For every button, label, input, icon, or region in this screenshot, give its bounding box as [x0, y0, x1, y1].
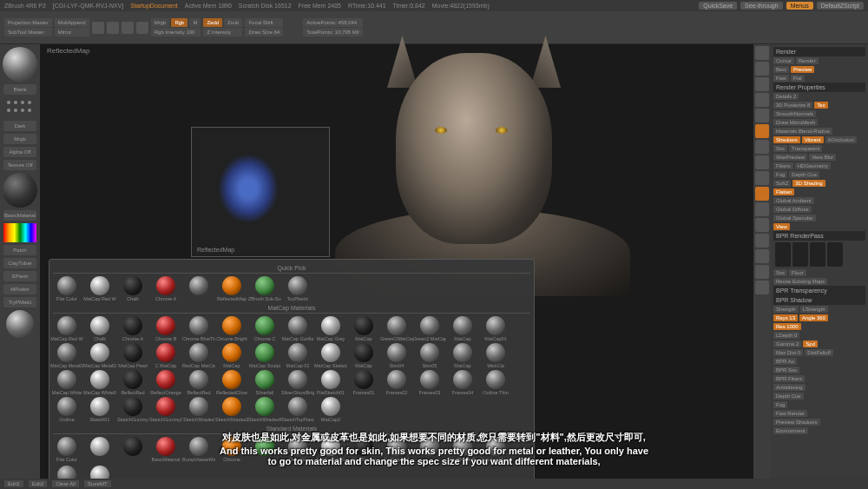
material-swatch[interactable]: Flat Color	[53, 437, 81, 462]
shadows-toggle[interactable]: Shadows	[773, 136, 800, 143]
material-swatch[interactable]: MatCap	[350, 343, 378, 368]
material-swatch[interactable]: BasicMaterial	[152, 437, 180, 462]
material-swatch[interactable]: Chrome A	[152, 276, 180, 301]
spd-toggle[interactable]: Spd	[803, 340, 818, 347]
material-swatch[interactable]	[119, 437, 147, 462]
material-swatch[interactable]: Chrome C	[251, 316, 279, 341]
secondary-sphere[interactable]	[6, 310, 34, 338]
material-swatch[interactable]: GelShaderB	[449, 437, 477, 462]
viewport-canvas[interactable]: ReflectedMap ReflectedMap Quick Pick Fla…	[40, 44, 753, 479]
view-button[interactable]: View	[773, 223, 790, 230]
material-swatch[interactable]: MatCap Gorilla	[284, 316, 312, 341]
local-icon[interactable]	[755, 155, 769, 169]
floor-icon[interactable]	[755, 140, 769, 154]
strength-slider[interactable]: Strength	[773, 306, 799, 313]
tool-icon[interactable]	[92, 22, 104, 34]
move-icon[interactable]	[755, 202, 769, 216]
material-swatch[interactable]: MatCap Red W	[86, 276, 114, 301]
draw-size-slider[interactable]: Draw Size 64	[245, 28, 283, 36]
bpr-sss-header[interactable]: BPR Sss	[773, 367, 799, 373]
transparent-toggle[interactable]: Transparent	[789, 145, 822, 152]
bpr-filters-header[interactable]: BPR Filters	[773, 375, 805, 382]
render-button[interactable]: Render	[796, 57, 819, 64]
fog-toggle[interactable]: Fog	[773, 171, 787, 178]
material-swatch[interactable]: ReflectRed	[119, 370, 147, 395]
micromesh-toggle[interactable]: Draw MicroMesh	[773, 119, 818, 126]
material-swatch[interactable]: WebCla	[482, 343, 510, 368]
material-swatch[interactable]: Frames02	[383, 370, 411, 395]
solo-icon[interactable]	[755, 265, 769, 279]
distfalloff-slider[interactable]: DistFalloff	[805, 349, 833, 356]
material-swatch[interactable]: MatCap	[350, 316, 378, 341]
brush-preview-sphere[interactable]	[3, 47, 37, 82]
material-swatch[interactable]: MatCap2	[317, 397, 345, 422]
subtool-master-button[interactable]: SubTool Master	[4, 28, 52, 36]
material-swatch[interactable]: DefScoreMat	[317, 437, 345, 462]
material-swatch[interactable]: SketchGummy	[119, 397, 147, 422]
fog2-header[interactable]: Fog	[773, 401, 787, 408]
rgb-button[interactable]: Rgb	[171, 18, 187, 27]
material-swatch[interactable]: MatCap	[218, 343, 246, 368]
material-swatch[interactable]: MatCap 02	[284, 343, 312, 368]
bpr-renderpass-header[interactable]: BPR RenderPass	[773, 231, 865, 241]
texture-off-button[interactable]: Texture Off	[3, 160, 36, 170]
bpr-transparency-header[interactable]: BPR Transparency	[773, 286, 865, 295]
xpose-icon[interactable]	[755, 281, 769, 294]
material-swatch[interactable]: Outline	[53, 397, 81, 422]
smooth-normals-toggle[interactable]: SmoothNormals	[773, 110, 816, 117]
trypmatic-button[interactable]: TryPMatic	[3, 297, 36, 307]
material-swatch[interactable]: Chrome Bright	[218, 316, 246, 341]
material-swatch[interactable]: ZBrush Sub-Sur	[251, 276, 279, 301]
material-swatch[interactable]: FastShader	[350, 437, 378, 462]
claytuber-button[interactable]: ClayTuber	[3, 258, 36, 268]
render-palette-title[interactable]: Render	[773, 47, 865, 56]
bpr-shadow-header[interactable]: BPR Shadow	[773, 295, 865, 305]
fastrender-header[interactable]: Fast Render	[773, 410, 807, 417]
material-swatch[interactable]: ReflectOrange	[152, 370, 180, 395]
flat-mode-button[interactable]: Flat	[791, 75, 805, 82]
depthcue2-header[interactable]: Depth Cue	[773, 393, 804, 400]
cursor-button[interactable]: Cursor	[773, 57, 794, 64]
material-swatch[interactable]: MatCap White01	[86, 370, 114, 395]
aocclusion-toggle[interactable]: AOcclusion	[825, 136, 857, 143]
material-swatch[interactable]: GelShaderA	[383, 437, 411, 462]
material-swatch[interactable]: SketchGummy01	[152, 397, 180, 422]
material-swatch[interactable]: GradientMap2	[482, 437, 510, 462]
material-swatch[interactable]: C MatCap	[152, 343, 180, 368]
flatten-toggle[interactable]: Flatten	[773, 188, 794, 195]
sss-pass-button[interactable]: Sss	[773, 269, 787, 276]
material-swatch[interactable]: Chrome B	[152, 316, 180, 341]
storemt-button[interactable]: StoreMT	[84, 480, 111, 487]
viewblur-toggle[interactable]: View Blur	[809, 154, 836, 161]
details-slider[interactable]: Details 2	[773, 93, 799, 100]
tex-toggle[interactable]: Tex	[814, 102, 827, 109]
material-swatch[interactable]: Frames01	[350, 370, 378, 395]
persp-icon[interactable]	[755, 124, 769, 138]
blend-radius-slider[interactable]: Materials Blend-Radius	[773, 128, 832, 135]
renderpass-thumbnails[interactable]	[773, 241, 865, 268]
mrgb-button[interactable]: Mrgb	[151, 18, 170, 27]
material-swatch[interactable]: Flat Color	[53, 276, 81, 301]
floor-pass-button[interactable]: Floor	[789, 269, 806, 276]
maxdist-slider[interactable]: Max Dist 0	[773, 349, 803, 356]
hdgeometry-toggle[interactable]: HDGeometry	[795, 162, 831, 169]
menus-button[interactable]: Menus	[786, 2, 813, 10]
aahalf-icon[interactable]	[755, 109, 769, 122]
material-swatch[interactable]: MatCap	[449, 343, 477, 368]
gamma-slider[interactable]: Gamma 2	[773, 340, 801, 347]
mirror-button[interactable]: Mirror	[55, 28, 89, 36]
material-swatch[interactable]: Green2 MatCap	[416, 316, 444, 341]
environment-header[interactable]: Environment	[773, 427, 808, 434]
splash-button[interactable]: SPlash	[3, 271, 36, 281]
default-zscript[interactable]: DefaultZScript	[817, 2, 864, 10]
material-swatch[interactable]: Chrome	[218, 437, 246, 462]
alpha-off-button[interactable]: Alpha Off	[3, 147, 36, 157]
material-swatch[interactable]	[86, 437, 114, 462]
depthcue-toggle[interactable]: Depth Cue	[789, 171, 819, 178]
material-swatch[interactable]: SilverGhostBright	[284, 370, 312, 395]
tool-icon[interactable]	[136, 22, 148, 34]
edit2b-button[interactable]: Edit2	[29, 480, 48, 487]
material-swatch[interactable]: SketchShaded1	[218, 397, 246, 422]
actual-icon[interactable]	[755, 93, 769, 107]
multappend-button[interactable]: MultAppend	[55, 18, 89, 27]
